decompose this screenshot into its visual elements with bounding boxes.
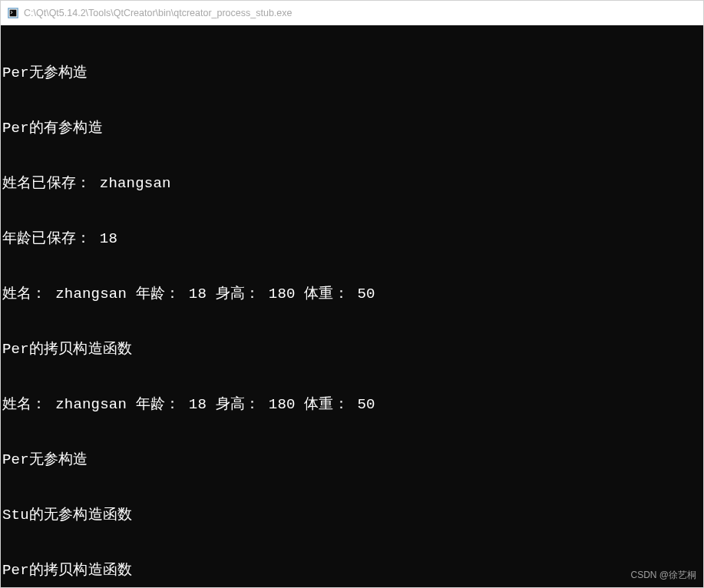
console-line: 姓名： zhangsan 年龄： 18 身高： 180 体重： 50 — [2, 395, 702, 414]
console-window: C:\Qt\Qt5.14.2\Tools\QtCreator\bin\qtcre… — [0, 0, 704, 588]
window-title: C:\Qt\Qt5.14.2\Tools\QtCreator\bin\qtcre… — [24, 8, 292, 18]
console-output[interactable]: Per无参构造 Per的有参构造 姓名已保存： zhangsan 年龄已保存： … — [1, 25, 703, 587]
console-line: Per无参构造 — [2, 451, 702, 469]
watermark-text: CSDN @徐艺桐 — [630, 569, 696, 582]
titlebar[interactable]: C:\Qt\Qt5.14.2\Tools\QtCreator\bin\qtcre… — [1, 1, 703, 25]
console-line: 姓名已保存： zhangsan — [2, 174, 702, 193]
console-line: Per的拷贝构造函数 — [2, 561, 702, 580]
console-line: 姓名： zhangsan 年龄： 18 身高： 180 体重： 50 — [2, 285, 702, 303]
console-line: Per的拷贝构造函数 — [2, 340, 702, 358]
console-line: 年龄已保存： 18 — [2, 230, 702, 248]
svg-rect-1 — [10, 9, 17, 16]
console-line: Per的有参构造 — [2, 119, 702, 137]
console-line: Per无参构造 — [2, 64, 702, 82]
console-line: Stu的无参构造函数 — [2, 506, 702, 524]
console-app-icon — [7, 7, 19, 19]
